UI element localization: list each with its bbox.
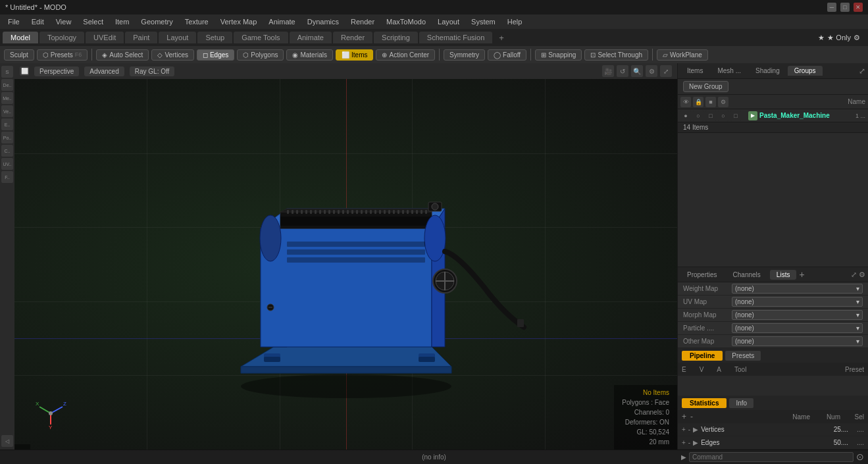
expand-icon[interactable]: ⤢	[660, 65, 672, 77]
lr-expand-button[interactable]: ⤢ ⚙	[851, 271, 865, 279]
render-icon-btn[interactable]: ■	[705, 97, 716, 107]
particle-map-select[interactable]: (none) ▾	[732, 323, 863, 333]
presets-button[interactable]: ⬡ Presets F6	[37, 49, 88, 61]
menu-layout[interactable]: Layout	[432, 16, 465, 27]
rp-tab-groups[interactable]: Groups	[788, 66, 823, 76]
eye-icon2[interactable]: ●	[680, 111, 691, 121]
info-button[interactable]: Info	[729, 398, 753, 408]
tab-topology[interactable]: Topology	[39, 32, 84, 43]
viewport-canvas[interactable]: Z X Y	[14, 79, 677, 450]
edges-plus-btn[interactable]: +	[682, 439, 686, 446]
lr-tab-properties[interactable]: Properties	[680, 270, 724, 280]
polygons-button[interactable]: ⬡ Polygons	[237, 49, 284, 61]
vertices-arrow[interactable]: ▶	[693, 426, 698, 433]
lr-tab-channels[interactable]: Channels	[727, 270, 767, 280]
menu-maxtomodo[interactable]: MaxToModo	[381, 16, 431, 27]
camera-icon[interactable]: 🎥	[602, 65, 614, 77]
lr-add-button[interactable]: +	[799, 269, 804, 280]
lock-icon-btn[interactable]: 🔒	[693, 97, 703, 107]
menu-geometry[interactable]: Geometry	[136, 16, 178, 27]
command-input[interactable]	[689, 452, 854, 462]
rp-expand-button[interactable]: ⤢	[859, 66, 865, 76]
symmetry-button[interactable]: Symmetry	[444, 49, 485, 61]
stats-minus-button[interactable]: -	[690, 412, 693, 421]
sidebar-icon-ve[interactable]: Ve..	[1, 105, 13, 117]
zoom-icon[interactable]: 🔍	[631, 65, 643, 77]
morph-map-select[interactable]: (none) ▾	[732, 310, 863, 320]
autoselect-button[interactable]: ◈ Auto Select	[96, 49, 149, 61]
eye-icon-btn[interactable]: 👁	[680, 97, 691, 107]
vertices-minus-btn[interactable]: -	[688, 426, 690, 433]
presets-button[interactable]: Presets	[725, 351, 761, 361]
selectthrough-button[interactable]: ⊡ Select Through	[584, 49, 648, 61]
refresh-icon[interactable]: ↺	[617, 65, 628, 77]
tab-uvedit[interactable]: UVEdit	[86, 32, 124, 43]
edges-minus-btn[interactable]: -	[688, 439, 690, 446]
menu-render[interactable]: Render	[345, 16, 380, 27]
raygl-button[interactable]: Ray GL: Off	[130, 66, 175, 76]
menu-system[interactable]: System	[466, 16, 501, 27]
weight-map-select[interactable]: (none) ▾	[732, 284, 863, 294]
scene-item-label[interactable]: Pasta_Maker_Machine	[759, 112, 854, 119]
lr-tab-lists[interactable]: Lists	[770, 270, 797, 280]
tab-render[interactable]: Render	[333, 32, 372, 43]
menu-texture[interactable]: Texture	[180, 16, 214, 27]
menu-item[interactable]: Item	[110, 16, 134, 27]
menu-animate[interactable]: Animate	[263, 16, 300, 27]
uv-map-select[interactable]: (none) ▾	[732, 297, 863, 307]
pipeline-button[interactable]: Pipeline	[682, 351, 723, 361]
action-center-button[interactable]: ⊕ Action Center	[376, 49, 435, 61]
sidebar-icon-de[interactable]: De..	[1, 79, 13, 91]
settings-icon-btn[interactable]: ⚙	[718, 97, 728, 107]
lock2-icon2[interactable]: ○	[718, 111, 728, 121]
settings-icon[interactable]: ⚙	[646, 65, 657, 77]
menu-edit[interactable]: Edit	[26, 16, 49, 27]
new-group-button[interactable]: New Group	[683, 81, 728, 92]
rp-tab-mesh[interactable]: Mesh ...	[711, 66, 748, 76]
maximize-button[interactable]: □	[840, 3, 850, 12]
sculpt-button[interactable]: Sculpt	[4, 49, 34, 61]
render2-icon2[interactable]: □	[730, 111, 741, 121]
workplane-button[interactable]: ▱ WorkPlane	[657, 49, 708, 61]
sidebar-icon-e[interactable]: E..	[1, 118, 13, 130]
menu-file[interactable]: File	[3, 16, 25, 27]
snapping-button[interactable]: ⊞ Snapping	[535, 49, 582, 61]
stats-add-button[interactable]: +	[682, 412, 686, 421]
sidebar-expand[interactable]: ◁	[1, 435, 13, 447]
vertices-button[interactable]: ◇ Vertices	[151, 49, 194, 61]
sidebar-icon-f[interactable]: F..	[1, 171, 13, 183]
sidebar-icon-po[interactable]: Po..	[1, 132, 13, 143]
sidebar-icon-uv[interactable]: UV..	[1, 158, 13, 170]
render-icon2[interactable]: □	[705, 111, 716, 121]
close-button[interactable]: ✕	[854, 3, 863, 12]
menu-help[interactable]: Help	[502, 16, 528, 27]
edges-arrow[interactable]: ▶	[693, 439, 698, 446]
sidebar-icon-me[interactable]: Me..	[1, 92, 13, 104]
rp-tab-shading[interactable]: Shading	[749, 66, 786, 76]
tab-animate[interactable]: Animate	[290, 32, 332, 43]
statistics-button[interactable]: Statistics	[682, 398, 727, 408]
menu-view[interactable]: View	[51, 16, 77, 27]
falloff-button[interactable]: ◯ Falloff	[488, 49, 526, 61]
menu-select[interactable]: Select	[78, 16, 109, 27]
perspective-button[interactable]: Perspective	[34, 66, 79, 76]
minimize-button[interactable]: ─	[827, 3, 836, 12]
sidebar-icon-s[interactable]: S	[1, 66, 13, 78]
edges-button[interactable]: ◻ Edges	[197, 49, 234, 61]
tab-schematic[interactable]: Schematic Fusion	[419, 32, 492, 43]
sidebar-icon-c[interactable]: C..	[1, 145, 13, 157]
cmd-execute-button[interactable]: ⊙	[856, 451, 864, 462]
viewport[interactable]: ⬜ Perspective Advanced Ray GL: Off 🎥 ↺ 🔍…	[14, 63, 677, 450]
tab-model[interactable]: Model	[3, 32, 38, 43]
lock-icon2[interactable]: ○	[693, 111, 703, 121]
rp-tab-items[interactable]: Items	[680, 66, 709, 76]
advanced-button[interactable]: Advanced	[84, 66, 124, 76]
menu-dynamics[interactable]: Dynamics	[302, 16, 344, 27]
star-button[interactable]: ★ ★ Only ⚙	[813, 32, 865, 44]
items-button[interactable]: ⬜ Items	[336, 49, 373, 61]
other-map-select[interactable]: (none) ▾	[732, 336, 863, 346]
viewport-toggle[interactable]: ⬜	[20, 66, 29, 76]
menu-vertexmap[interactable]: Vertex Map	[215, 16, 263, 27]
add-tab-button[interactable]: +	[494, 31, 509, 45]
tab-paint[interactable]: Paint	[125, 32, 157, 43]
